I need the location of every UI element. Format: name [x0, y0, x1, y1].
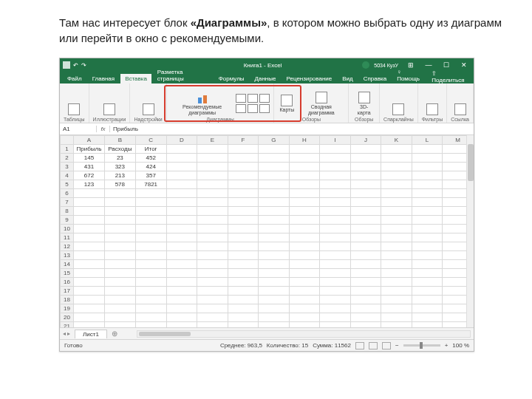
cell[interactable] — [320, 216, 351, 225]
sheet-nav-buttons[interactable]: ◂▸ — [63, 330, 70, 337]
cell[interactable] — [197, 322, 228, 328]
cell[interactable] — [289, 216, 320, 225]
cell[interactable] — [135, 304, 166, 313]
cell[interactable] — [228, 145, 259, 154]
cell[interactable] — [166, 269, 197, 278]
cell[interactable] — [228, 216, 259, 225]
cell[interactable] — [259, 242, 290, 251]
cell[interactable] — [73, 260, 104, 269]
row-header[interactable]: 8 — [61, 207, 74, 216]
cell[interactable] — [104, 304, 135, 313]
cell[interactable] — [289, 251, 320, 260]
area-chart-icon[interactable] — [248, 104, 258, 113]
cell[interactable] — [350, 260, 381, 269]
cell[interactable] — [381, 322, 412, 328]
cell[interactable] — [412, 233, 443, 242]
cell[interactable] — [166, 154, 197, 163]
cell[interactable] — [104, 233, 135, 242]
cell[interactable] — [73, 198, 104, 207]
cell[interactable] — [197, 251, 228, 260]
row-header[interactable]: 13 — [61, 251, 74, 260]
cell[interactable] — [412, 304, 443, 313]
cell[interactable] — [166, 225, 197, 233]
cell[interactable]: 672 — [73, 171, 104, 180]
cell[interactable] — [197, 171, 228, 180]
cell[interactable] — [104, 287, 135, 296]
cell[interactable] — [104, 260, 135, 269]
cell[interactable] — [259, 296, 290, 304]
cell[interactable] — [166, 260, 197, 269]
column-header[interactable]: L — [412, 136, 443, 145]
cell[interactable] — [259, 189, 290, 198]
column-header[interactable]: E — [197, 136, 228, 145]
cell[interactable] — [73, 322, 104, 328]
zoom-out-button[interactable]: − — [395, 342, 399, 349]
cell[interactable] — [412, 269, 443, 278]
cell[interactable] — [259, 198, 290, 207]
cell[interactable] — [166, 216, 197, 225]
name-box[interactable]: A1 — [60, 126, 97, 132]
cell[interactable] — [289, 233, 320, 242]
cell[interactable] — [350, 313, 381, 322]
cell[interactable] — [289, 154, 320, 163]
cell[interactable] — [135, 313, 166, 322]
cell[interactable] — [228, 287, 259, 296]
save-icon[interactable] — [63, 61, 70, 69]
zoom-in-button[interactable]: + — [445, 342, 449, 349]
cell[interactable] — [166, 304, 197, 313]
cell[interactable] — [289, 296, 320, 304]
column-header[interactable]: G — [259, 136, 290, 145]
row-header[interactable]: 14 — [61, 260, 74, 269]
cell[interactable] — [73, 207, 104, 216]
cell[interactable] — [166, 171, 197, 180]
cell[interactable] — [289, 198, 320, 207]
maps-button[interactable]: Карты — [278, 94, 296, 113]
row-header[interactable]: 4 — [61, 171, 74, 180]
row-header[interactable]: 3 — [61, 163, 74, 171]
share-button[interactable]: ⇪ Поделиться — [432, 70, 469, 83]
cell[interactable] — [197, 278, 228, 287]
cell[interactable] — [259, 216, 290, 225]
row-header[interactable]: 2 — [61, 154, 74, 163]
cell[interactable] — [197, 216, 228, 225]
cell[interactable] — [412, 225, 443, 233]
horizontal-scrollbar[interactable] — [137, 330, 471, 338]
tab-file[interactable]: Файл — [63, 74, 86, 83]
cell[interactable] — [135, 269, 166, 278]
row-header[interactable]: 15 — [61, 269, 74, 278]
cell[interactable]: 452 — [135, 154, 166, 163]
cell[interactable] — [381, 296, 412, 304]
tab-view[interactable]: Вид — [338, 74, 357, 83]
cell[interactable] — [197, 287, 228, 296]
cell[interactable] — [259, 225, 290, 233]
cell[interactable] — [412, 313, 443, 322]
cell[interactable] — [228, 171, 259, 180]
line-chart-icon[interactable] — [248, 94, 258, 103]
cell[interactable] — [412, 207, 443, 216]
cell[interactable] — [320, 278, 351, 287]
zoom-level[interactable]: 100 % — [452, 342, 469, 349]
cell[interactable] — [104, 251, 135, 260]
cell[interactable] — [320, 180, 351, 189]
cell[interactable]: 323 — [104, 163, 135, 171]
cell[interactable]: Расходы — [104, 145, 135, 154]
cell[interactable] — [166, 189, 197, 198]
tab-help[interactable]: Справка — [359, 74, 391, 83]
cell[interactable] — [350, 296, 381, 304]
filters-button[interactable] — [425, 103, 440, 116]
cell[interactable] — [228, 154, 259, 163]
cell[interactable] — [135, 287, 166, 296]
cell[interactable] — [289, 278, 320, 287]
cell[interactable] — [381, 313, 412, 322]
worksheet-grid[interactable]: ABCDEFGHIJKLM1ПрибыльРасходыИтог21452345… — [60, 135, 474, 327]
cell[interactable] — [350, 269, 381, 278]
cell[interactable] — [289, 269, 320, 278]
cell[interactable] — [350, 171, 381, 180]
cell[interactable] — [259, 322, 290, 328]
column-header[interactable]: D — [166, 136, 197, 145]
cell[interactable] — [135, 260, 166, 269]
cell[interactable] — [166, 242, 197, 251]
cell[interactable] — [350, 225, 381, 233]
pie-chart-icon[interactable] — [259, 94, 270, 103]
cell[interactable] — [412, 154, 443, 163]
